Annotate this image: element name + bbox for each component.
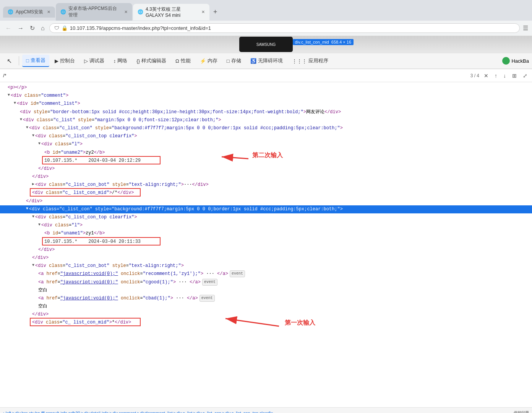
search-bar: 3 / 4 ✕ ↑ ↓ ⊞ ⤢ [0, 69, 532, 82]
application-button[interactable]: ⋮⋮⋮ 应用程序 [288, 55, 332, 67]
forward-button[interactable]: → [16, 23, 25, 33]
code-line: </div> [0, 311, 532, 319]
expand-icon[interactable]: ▼ [26, 206, 28, 212]
address-bar: 🛡 🔒 [49, 23, 520, 33]
search-input[interactable] [3, 73, 467, 78]
expand-icon[interactable]: ▼ [20, 117, 22, 123]
code-line: <div style="border-bottom:1px solid #ccc… [0, 108, 532, 116]
expand-button[interactable]: ⊞ [511, 72, 518, 80]
performance-label: 性能 [181, 57, 191, 64]
network-button[interactable]: ↕ 网络 [110, 55, 131, 67]
bc-item-clist-con-top[interactable]: div.c_list_con_top.clearfix [225, 411, 273, 413]
toolbar-separator-1 [19, 56, 19, 65]
expand-icon[interactable]: ▼ [14, 100, 16, 106]
bc-item-comment-list[interactable]: div#comment_list [140, 411, 172, 413]
code-line: ▶ <div class="c_list_con_bot" style="tex… [0, 181, 532, 189]
code-line: </div> [0, 254, 532, 262]
tab-samsung[interactable]: 🌐 4.3英寸双核 三星GALAXY S4 mini ✕ [133, 4, 209, 20]
search-next-button[interactable]: ↓ [502, 72, 508, 80]
new-tab-button[interactable]: + [210, 7, 221, 18]
expand-icon[interactable]: ▼ [32, 133, 34, 139]
tag-text: <p></p> [8, 84, 27, 91]
code-line: 空白 [0, 286, 532, 294]
hackba-icon [502, 57, 510, 65]
style-label: 样式编辑器 [141, 57, 166, 64]
bc-item-left[interactable]: :-left [3, 411, 11, 413]
inspector-button[interactable]: □ 查看器 [22, 55, 49, 67]
code-line: <a href="javascript:void(0);" onclick="r… [0, 270, 532, 278]
menu-icon[interactable]: ☰ [523, 24, 528, 32]
device-preview: SAMSUNG [239, 37, 293, 52]
hackba-label: HackBa [511, 58, 529, 64]
home-button[interactable]: ⌂ [39, 23, 46, 33]
tab-close-2[interactable]: ✕ [124, 10, 128, 15]
style-editor-button[interactable]: {} 样式编辑器 [133, 55, 170, 67]
code-line: </div> [0, 173, 532, 181]
tab-close-3[interactable]: ✕ [201, 10, 205, 15]
reload-button[interactable]: ↻ [28, 23, 36, 33]
hackba-section: HackBa [502, 57, 529, 65]
storage-label: 存储 [231, 57, 241, 64]
bc-item-clist-con[interactable]: div.c_list_con [196, 411, 221, 413]
code-line: ▼ <div class="l" > [0, 221, 532, 229]
code-line: <b id="uname1" > zy1 </b> [0, 229, 532, 237]
performance-icon: Ω [175, 58, 179, 64]
performance-button[interactable]: Ω 性能 [172, 55, 195, 67]
console-button[interactable]: ▶ 控制台 [51, 55, 79, 67]
c-list-con-mid-line-1: <div class="c_ list_con_mid" > /* </div> [0, 189, 532, 197]
search-close-button[interactable]: ✕ [482, 72, 490, 80]
debugger-button[interactable]: ▷ 调试器 [80, 55, 108, 67]
search-prev-button[interactable]: ↑ [493, 72, 499, 80]
code-line: ▼ <div class="c_list_con" style="backgro… [0, 124, 532, 132]
network-label: 网络 [117, 57, 127, 64]
bc-item-clist[interactable]: div.c_list [177, 411, 192, 413]
expand-icon[interactable]: ▼ [32, 214, 34, 220]
shield-icon: 🛡 [54, 25, 59, 31]
accessibility-button[interactable]: ♿ 无障碍环境 [247, 55, 287, 67]
bc-item-comment[interactable]: div.comment [113, 411, 136, 413]
code-line: ▼ <div id="comment_list" > [0, 100, 532, 108]
expand-icon[interactable]: ▼ [8, 92, 10, 98]
breadcrumb-bar: :-left > div.bor-sty.bg-fff.consult-info… [0, 407, 532, 413]
application-icon: ⋮⋮⋮ [292, 58, 307, 64]
storage-icon: □ [227, 58, 230, 64]
url-input[interactable] [70, 25, 515, 31]
ip-date-line-2: 10.107.135.* 2024-03-04 20:12:29 [0, 157, 532, 165]
tab-bar: 🌐 AppCMS安装 ✕ 🌐 安卓市场-APPCMS后台管理 ✕ 🌐 4.3英寸… [0, 0, 532, 21]
tab-android[interactable]: 🌐 安卓市场-APPCMS后台管理 ✕ [56, 3, 132, 21]
bc-item-bor[interactable]: div.bor-sty.bg-fff.consult-info.pdb30 [15, 411, 80, 413]
browser-preview: SAMSUNG div.c_list_con_mid 658.4 × 16 [0, 36, 532, 53]
code-line: <b id="uname2" > zy2 </b> [0, 149, 532, 157]
event-badge: event [202, 279, 217, 286]
devtools-toolbar: ↖ □ 查看器 ▶ 控制台 ▷ 调试器 ↕ 网络 {} 样式编辑器 Ω 性能 ⚡… [0, 53, 532, 69]
code-line: <a href="javascript:void(0);" onclick="c… [0, 278, 532, 286]
bc-item-detail[interactable]: div.detail-info [84, 411, 109, 413]
fullscreen-button[interactable]: ⤢ [521, 72, 529, 80]
expand-icon[interactable]: ▼ [32, 262, 34, 268]
storage-button[interactable]: □ 存储 [223, 55, 245, 67]
expand-icon[interactable]: ▼ [38, 141, 41, 147]
back-button[interactable]: ← [4, 23, 13, 33]
nav-bar: ← → ↻ ⌂ 🛡 🔒 ☰ [0, 21, 532, 36]
tab-label2: 安卓市场-APPCMS后台管理 [68, 5, 120, 18]
tab-appcms[interactable]: 🌐 AppCMS安装 ✕ [3, 7, 55, 18]
expand-icon[interactable]: ▶ [32, 181, 34, 187]
event-badge: event [230, 270, 245, 277]
memory-label: 内存 [208, 57, 217, 64]
inspector-icon: □ [26, 58, 29, 63]
memory-icon: ⚡ [200, 58, 206, 64]
expand-icon[interactable]: ▼ [38, 222, 41, 228]
elements-panel: <p></p> ▼ <div class="comment" > ▼ <div … [0, 82, 532, 407]
expand-icon[interactable]: ▼ [26, 125, 28, 131]
console-label: 控制台 [60, 57, 75, 64]
code-line: </div> [0, 165, 532, 173]
code-line: 空白 [0, 302, 532, 311]
code-line: </div> [0, 197, 532, 205]
tab-favicon2: 🌐 [60, 9, 66, 15]
tab-close-1[interactable]: ✕ [47, 10, 50, 15]
element-size-tooltip: div.c_list_con_mid 658.4 × 16 [293, 39, 354, 45]
tab-label3: 4.3英寸双核 三星GALAXY S4 mini [146, 6, 198, 18]
memory-button[interactable]: ⚡ 内存 [196, 55, 221, 67]
console-icon: ▶ [55, 58, 58, 64]
element-picker-button[interactable]: ↖ [3, 55, 16, 67]
